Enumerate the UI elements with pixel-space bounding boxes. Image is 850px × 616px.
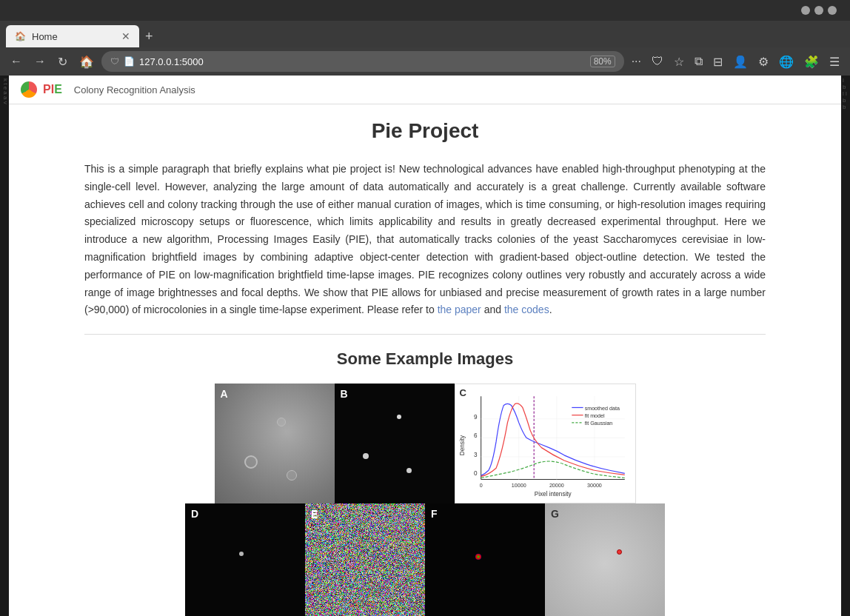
example-images: A B (84, 384, 766, 616)
panel-g: G (545, 503, 665, 616)
svg-text:Pixel intensity: Pixel intensity (534, 491, 572, 498)
title-bar (0, 0, 850, 21)
panel-a: A (215, 384, 335, 503)
bright-dot (397, 415, 401, 419)
colony-indicator (475, 554, 481, 560)
density-chart: 0 3 6 9 Density 0 10000 20000 (458, 387, 632, 500)
sidebar-right: l b l l b b (841, 76, 850, 616)
red-dot (617, 549, 622, 555)
svg-text:9: 9 (473, 414, 477, 421)
bright-dot (363, 453, 369, 459)
tab-title: Home (32, 31, 116, 42)
shield-button[interactable]: 🛡 (647, 52, 668, 71)
bright-dot (239, 552, 244, 556)
app-logo[interactable]: PIE (21, 81, 62, 98)
bookmark-button[interactable]: ☆ (669, 52, 689, 72)
panel-e-label: E (311, 508, 318, 520)
window-controls (801, 6, 837, 15)
app-header: PIE Colony Recognition Analysis (9, 76, 841, 104)
panel-f-label: F (431, 508, 438, 520)
page-content[interactable]: PIE Colony Recognition Analysis Pie Proj… (9, 76, 841, 616)
svg-text:30000: 30000 (586, 483, 601, 489)
panel-d: D (185, 503, 305, 616)
menu-button[interactable]: ☰ (825, 52, 844, 72)
back-button[interactable]: ← (6, 52, 27, 71)
svg-text:0: 0 (473, 471, 477, 478)
sidebar-left: k t e a a v (0, 76, 9, 616)
app-nav-title: Colony Recognition Analysis (74, 84, 195, 96)
panel-b: B (335, 384, 455, 503)
panel-c: C 0 3 6 9 De (455, 384, 636, 503)
close-button[interactable] (828, 6, 837, 15)
nav-bar: ← → ↻ 🏠 🛡 📄 127.0.0.1:5000 80% ··· 🛡 ☆ ⧉… (0, 47, 850, 76)
bright-dot (406, 468, 412, 473)
codes-link[interactable]: the codes (504, 304, 549, 315)
svg-text:fit Gaussian: fit Gaussian (584, 421, 612, 426)
svg-text:Density: Density (459, 435, 466, 455)
zoom-level: 80% (590, 56, 615, 67)
tab-close-button[interactable]: ✕ (121, 30, 130, 42)
content-body: Pie Project This is a simple paragraph t… (55, 104, 795, 616)
colony-dot (287, 470, 297, 481)
paper-link[interactable]: the paper (438, 304, 481, 315)
svg-text:fit model: fit model (584, 413, 604, 419)
panel-f: F (425, 503, 545, 616)
page-icon: 📄 (124, 56, 135, 67)
images-bottom-row: D E F (84, 503, 766, 616)
svg-text:0: 0 (479, 483, 482, 489)
main-layout: k t e a a v PIE Colony Recognition Analy… (0, 76, 850, 616)
nav-icons-right: ··· 🛡 ☆ ⧉ ⊟ 👤 ⚙ 🌐 🧩 ☰ (627, 52, 844, 72)
forward-button[interactable]: → (30, 52, 50, 71)
panel-a-label: A (221, 388, 228, 400)
new-tab-button[interactable]: + (139, 25, 159, 47)
logo-circle-icon (21, 81, 37, 98)
globe-button[interactable]: 🌐 (774, 52, 798, 72)
colony-dot (277, 418, 286, 426)
panel-g-label: G (551, 508, 559, 520)
url-bar[interactable]: 🛡 📄 127.0.0.1:5000 80% (101, 51, 624, 72)
noise-canvas (305, 503, 425, 616)
extensions-button[interactable]: 🧩 (800, 52, 823, 72)
panel-b-label: B (341, 388, 348, 400)
reload-button[interactable]: ↻ (53, 52, 72, 72)
svg-text:3: 3 (473, 452, 477, 458)
security-icon: 🛡 (110, 56, 119, 67)
browser-chrome: 🏠 Home ✕ + ← → ↻ 🏠 🛡 📄 127.0.0.1:5000 80… (0, 0, 850, 76)
logo-text: PIE (43, 83, 62, 96)
section-title: Some Example Images (84, 349, 766, 369)
colony-dot (244, 455, 258, 469)
home-button[interactable]: 🏠 (75, 52, 98, 72)
svg-text:smoothed data: smoothed data (584, 406, 619, 412)
svg-text:10000: 10000 (511, 483, 526, 489)
panel-c-label: C (460, 387, 466, 398)
section-divider (84, 334, 766, 335)
browser-tab[interactable]: 🏠 Home ✕ (6, 25, 139, 47)
panel-d-label: D (191, 508, 198, 520)
library-button[interactable]: ⧉ (690, 52, 707, 71)
settings-button[interactable]: ⚙ (754, 52, 773, 72)
panel-e: E (305, 503, 425, 616)
intro-paragraph: This is a simple paragraph that briefly … (84, 161, 766, 319)
maximize-button[interactable] (814, 6, 823, 15)
more-button[interactable]: ··· (627, 52, 646, 71)
images-top-row: A B (84, 384, 766, 503)
svg-text:6: 6 (473, 433, 477, 440)
page-title: Pie Project (84, 119, 766, 143)
reader-button[interactable]: ⊟ (709, 52, 727, 72)
account-button[interactable]: 👤 (729, 52, 752, 72)
minimize-button[interactable] (801, 6, 810, 15)
svg-text:20000: 20000 (549, 483, 563, 489)
tabs-bar: 🏠 Home ✕ + (0, 21, 850, 47)
url-text: 127.0.0.1:5000 (139, 56, 586, 67)
